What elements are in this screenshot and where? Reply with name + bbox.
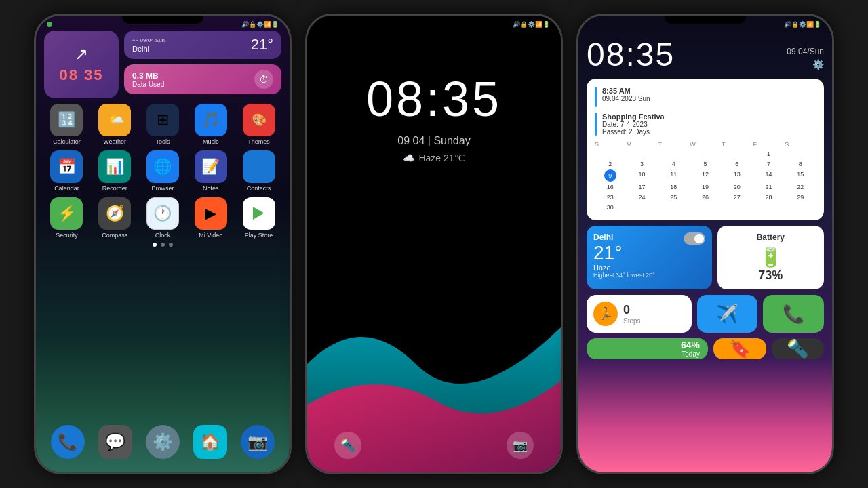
app-icon-calculator: 🔢 bbox=[50, 104, 83, 136]
cal-header-t2: T bbox=[722, 141, 753, 148]
app-browser[interactable]: 🌐 Browser bbox=[140, 150, 186, 192]
flashlight-btn[interactable]: 🔦 bbox=[334, 432, 361, 459]
dock-camera[interactable]: 📷 bbox=[241, 425, 275, 459]
cal-event-2-date: Date: 7-4-2023 bbox=[602, 121, 665, 128]
cal-day-26: 26 bbox=[690, 192, 721, 202]
steps-run-icon: 🏃 bbox=[593, 302, 618, 326]
cal-event-1-date: 09.04.2023 Sun bbox=[602, 95, 650, 102]
app-recorder[interactable]: 📊 Recorder bbox=[92, 150, 138, 192]
cal-event-2-details: Shopping Festiva Date: 7-4-2023 Passed: … bbox=[602, 113, 665, 136]
cal-day-25: 25 bbox=[658, 192, 689, 202]
app-calendar[interactable]: 📅 Calendar bbox=[44, 150, 90, 192]
app-tools[interactable]: ⊞ Tools bbox=[140, 104, 186, 145]
cloud-icon: ☁️ bbox=[403, 152, 414, 163]
p3-date: 09.04/Sun bbox=[787, 41, 824, 56]
widget-flashlight[interactable]: 🔦 bbox=[772, 338, 825, 359]
cal-header-w: W bbox=[690, 141, 721, 148]
app-icon-music: 🎵 bbox=[195, 104, 227, 136]
lock-weather: ☁️ Haze 21℃ bbox=[321, 152, 547, 163]
cal-day-22: 22 bbox=[785, 182, 816, 192]
app-icon-browser: 🌐 bbox=[146, 150, 179, 183]
cal-event-1-details: 8:35 AM 09.04.2023 Sun bbox=[602, 87, 650, 102]
toggle-switch[interactable] bbox=[684, 232, 705, 245]
app-icon-recorder: 📊 bbox=[98, 150, 131, 183]
dock: 📞 💬 ⚙️ 🏠 📷 bbox=[36, 425, 290, 459]
cal-day-3: 3 bbox=[627, 159, 658, 169]
data-amount: 0.3 MB bbox=[132, 71, 164, 81]
data-info: 0.3 MB Data Used bbox=[132, 71, 164, 88]
cal-day-8: 8 bbox=[785, 159, 816, 169]
app-label-recorder: Recorder bbox=[102, 185, 127, 192]
app-music[interactable]: 🎵 Music bbox=[188, 104, 233, 145]
app-label-tools: Tools bbox=[155, 138, 170, 145]
cal-day-1: 1 bbox=[753, 149, 785, 159]
weather-city: Delhi bbox=[132, 45, 165, 53]
app-compass[interactable]: 🧭 Compass bbox=[92, 197, 138, 239]
cal-day-2: 2 bbox=[595, 159, 626, 169]
cal-day-30: 30 bbox=[595, 203, 626, 212]
weather-temp: 21° bbox=[251, 36, 273, 54]
status-dot-1 bbox=[47, 22, 52, 27]
status-icons-1: 🔊🔒⚙️📶🔋 bbox=[241, 21, 279, 28]
dock-messages[interactable]: 💬 bbox=[98, 425, 132, 459]
app-label-mivideo: Mi Video bbox=[199, 232, 222, 239]
dock-settings[interactable]: ⚙️ bbox=[146, 425, 180, 459]
app-playstore[interactable]: Play Store bbox=[236, 197, 281, 239]
dock-mihome[interactable]: 🏠 bbox=[193, 425, 227, 459]
app-notes[interactable]: 📝 Notes bbox=[188, 150, 233, 192]
app-label-calculator: Calculator bbox=[53, 138, 81, 145]
app-calculator[interactable]: 🔢 Calculator bbox=[44, 104, 90, 145]
app-clock[interactable]: 🕐 Clock bbox=[140, 197, 186, 239]
widget-clock-purple: ↗ 08 35 bbox=[44, 30, 119, 98]
status-bar-3: 🔊🔒⚙️📶🔋 bbox=[578, 16, 832, 30]
camera-btn[interactable]: 📷 bbox=[507, 432, 534, 459]
app-label-notes: Notes bbox=[203, 185, 219, 192]
widget-bookmark[interactable]: 🔖 bbox=[713, 338, 766, 359]
battery-icon: 🔋 bbox=[759, 246, 783, 268]
cal-day-18: 18 bbox=[658, 182, 689, 192]
app-weather[interactable]: 🌤️ Weather bbox=[92, 104, 138, 145]
cal-day-empty5 bbox=[722, 149, 753, 159]
weather-temp-w: 21° bbox=[593, 242, 705, 264]
app-label-security: Security bbox=[56, 232, 78, 239]
settings-icon[interactable]: ⚙️ bbox=[812, 59, 824, 70]
dock-phone[interactable]: 📞 bbox=[51, 425, 85, 459]
app-label-music: Music bbox=[203, 138, 219, 145]
app-label-compass: Compass bbox=[102, 232, 127, 239]
app-icon-themes: 🎨 bbox=[243, 104, 275, 136]
dot-1 bbox=[153, 243, 157, 247]
app-icon-mivideo: ▶ bbox=[195, 197, 227, 230]
app-security[interactable]: ⚡ Security bbox=[44, 197, 90, 239]
cal-day-29: 29 bbox=[785, 192, 816, 202]
app-themes[interactable]: 🎨 Themes bbox=[236, 104, 281, 145]
cal-day-empty2 bbox=[627, 149, 658, 159]
cal-day-6: 6 bbox=[722, 159, 753, 169]
app-icon-playstore bbox=[243, 197, 275, 230]
widget-phone-call[interactable]: 📞 bbox=[763, 295, 824, 333]
cal-day-14: 14 bbox=[753, 169, 785, 182]
phone1: 🔊🔒⚙️📶🔋 ↗ 08 35 ≡≡ 09/04 Sun Delhi 21° bbox=[34, 14, 292, 474]
cal-day-19: 19 bbox=[690, 182, 721, 192]
cal-day-21: 21 bbox=[753, 182, 785, 192]
app-icon-tools: ⊞ bbox=[146, 104, 179, 136]
cal-event-2-passed: Passed: 2 Days bbox=[602, 128, 665, 136]
cal-day-13: 13 bbox=[722, 169, 753, 182]
toggle-knob bbox=[694, 234, 704, 243]
app-grid-row3: ⚡ Security 🧭 Compass 🕐 Clock ▶ Mi Video bbox=[44, 197, 281, 239]
widget-steps-row: 🏃 0 Steps ✈️ 📞 bbox=[587, 295, 824, 333]
app-label-contacts: Contacts bbox=[247, 185, 271, 192]
cal-header-s2: S bbox=[785, 141, 816, 148]
widget-last-row: 64% Today 🔖 🔦 bbox=[587, 338, 824, 359]
widget-right-col: ≡≡ 09/04 Sun Delhi 21° 0.3 MB Data Used … bbox=[124, 30, 281, 98]
status-icons-2: 🔊🔒⚙️📶🔋 bbox=[513, 21, 550, 28]
app-grid-row2: 📅 Calendar 📊 Recorder 🌐 Browser 📝 Notes … bbox=[44, 150, 281, 192]
cal-day-empty1 bbox=[595, 149, 626, 159]
app-label-clock: Clock bbox=[155, 232, 171, 239]
data-icon: ⏱ bbox=[254, 70, 273, 89]
cal-header-m: M bbox=[627, 141, 658, 148]
widget-telegram[interactable]: ✈️ bbox=[697, 295, 758, 333]
weather-text: Haze 21℃ bbox=[418, 152, 465, 163]
app-mivideo[interactable]: ▶ Mi Video bbox=[188, 197, 233, 239]
app-contacts[interactable]: 👤 Contacts bbox=[236, 150, 281, 192]
cal-header-s1: S bbox=[595, 141, 626, 148]
